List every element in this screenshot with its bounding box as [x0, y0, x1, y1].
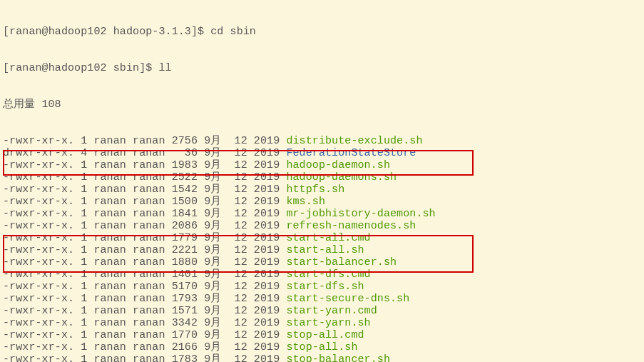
list-item: -rwxr-xr-x. 1 ranan ranan 2086 9月 12 201…	[3, 220, 641, 232]
file-name: stop-all.cmd	[286, 329, 364, 341]
file-name: start-all.cmd	[286, 232, 370, 244]
file-permissions: -rwxr-xr-x. 1 ranan ranan 1401 9月 12 201…	[3, 268, 286, 281]
file-permissions: -rwxr-xr-x. 1 ranan ranan 1500 9月 12 201…	[3, 196, 286, 208]
list-item: -rwxr-xr-x. 1 ranan ranan 1500 9月 12 201…	[3, 196, 641, 208]
file-permissions: -rwxr-xr-x. 1 ranan ranan 5170 9月 12 201…	[3, 281, 286, 293]
file-permissions: drwxr-xr-x. 4 ranan ranan 36 9月 12 2019	[3, 147, 286, 159]
list-item: -rwxr-xr-x. 1 ranan ranan 1841 9月 12 201…	[3, 208, 641, 220]
file-permissions: -rwxr-xr-x. 1 ranan ranan 1793 9月 12 201…	[3, 293, 286, 305]
list-item: -rwxr-xr-x. 1 ranan ranan 1542 9月 12 201…	[3, 183, 641, 196]
file-permissions: -rwxr-xr-x. 1 ranan ranan 2166 9月 12 201…	[3, 341, 286, 353]
file-name: distribute-exclude.sh	[286, 135, 422, 147]
file-name: start-secure-dns.sh	[286, 293, 409, 305]
file-name: start-all.sh	[286, 244, 364, 256]
file-permissions: -rwxr-xr-x. 1 ranan ranan 1783 9月 12 201…	[3, 353, 286, 362]
file-permissions: -rwxr-xr-x. 1 ranan ranan 1779 9月 12 201…	[3, 232, 286, 244]
file-name: start-yarn.cmd	[286, 305, 377, 317]
list-item: -rwxr-xr-x. 1 ranan ranan 1983 9月 12 201…	[3, 159, 641, 171]
file-permissions: -rwxr-xr-x. 1 ranan ranan 3342 9月 12 201…	[3, 317, 286, 329]
list-item: -rwxr-xr-x. 1 ranan ranan 5170 9月 12 201…	[3, 281, 641, 293]
file-permissions: -rwxr-xr-x. 1 ranan ranan 1983 9月 12 201…	[3, 159, 286, 171]
list-item: -rwxr-xr-x. 1 ranan ranan 2522 9月 12 201…	[3, 171, 641, 183]
file-name: start-dfs.cmd	[286, 268, 370, 281]
file-name: httpfs.sh	[286, 183, 344, 196]
file-permissions: -rwxr-xr-x. 1 ranan ranan 1841 9月 12 201…	[3, 208, 286, 220]
list-item: -rwxr-xr-x. 1 ranan ranan 1779 9月 12 201…	[3, 232, 641, 244]
file-name: stop-all.sh	[286, 341, 357, 353]
file-permissions: -rwxr-xr-x. 1 ranan ranan 1571 9月 12 201…	[3, 305, 286, 317]
file-permissions: -rwxr-xr-x. 1 ranan ranan 1542 9月 12 201…	[3, 183, 286, 196]
list-item: -rwxr-xr-x. 1 ranan ranan 1793 9月 12 201…	[3, 293, 641, 305]
list-item: -rwxr-xr-x. 1 ranan ranan 1880 9月 12 201…	[3, 256, 641, 268]
file-name: start-yarn.sh	[286, 317, 370, 329]
file-permissions: -rwxr-xr-x. 1 ranan ranan 2221 9月 12 201…	[3, 244, 286, 256]
prompt-line-ll: [ranan@hadoop102 sbin]$ ll	[3, 62, 641, 74]
file-name: hadoop-daemon.sh	[286, 159, 390, 171]
list-item: -rwxr-xr-x. 1 ranan ranan 2221 9月 12 201…	[3, 244, 641, 256]
file-permissions: -rwxr-xr-x. 1 ranan ranan 2086 9月 12 201…	[3, 220, 286, 232]
file-name: stop-balancer.sh	[286, 353, 390, 362]
file-name: hadoop-daemons.sh	[286, 171, 397, 183]
file-name: start-balancer.sh	[286, 256, 397, 268]
file-permissions: -rwxr-xr-x. 1 ranan ranan 2522 9月 12 201…	[3, 171, 286, 183]
file-permissions: -rwxr-xr-x. 1 ranan ranan 1880 9月 12 201…	[3, 256, 286, 268]
list-item: drwxr-xr-x. 4 ranan ranan 36 9月 12 2019 …	[3, 147, 641, 159]
file-permissions: -rwxr-xr-x. 1 ranan ranan 1770 9月 12 201…	[3, 329, 286, 341]
total-usage-line: 总用量 108	[3, 99, 641, 111]
list-item: -rwxr-xr-x. 1 ranan ranan 1571 9月 12 201…	[3, 305, 641, 317]
list-item: -rwxr-xr-x. 1 ranan ranan 1401 9月 12 201…	[3, 268, 641, 281]
file-name: mr-jobhistory-daemon.sh	[286, 208, 435, 220]
file-permissions: -rwxr-xr-x. 1 ranan ranan 2756 9月 12 201…	[3, 135, 286, 147]
file-name: FederationStateStore	[286, 147, 416, 159]
file-name: refresh-namenodes.sh	[286, 220, 416, 232]
list-item: -rwxr-xr-x. 1 ranan ranan 2756 9月 12 201…	[3, 135, 641, 147]
file-name: start-dfs.sh	[286, 281, 364, 293]
terminal-output: [ranan@hadoop102 hadoop-3.1.3]$ cd sbin …	[0, 0, 644, 362]
list-item: -rwxr-xr-x. 1 ranan ranan 1783 9月 12 201…	[3, 353, 641, 362]
file-name: kms.sh	[286, 196, 325, 208]
list-item: -rwxr-xr-x. 1 ranan ranan 1770 9月 12 201…	[3, 329, 641, 341]
list-item: -rwxr-xr-x. 1 ranan ranan 2166 9月 12 201…	[3, 341, 641, 353]
list-item: -rwxr-xr-x. 1 ranan ranan 3342 9月 12 201…	[3, 317, 641, 329]
prompt-line-previous: [ranan@hadoop102 hadoop-3.1.3]$ cd sbin	[3, 26, 641, 38]
